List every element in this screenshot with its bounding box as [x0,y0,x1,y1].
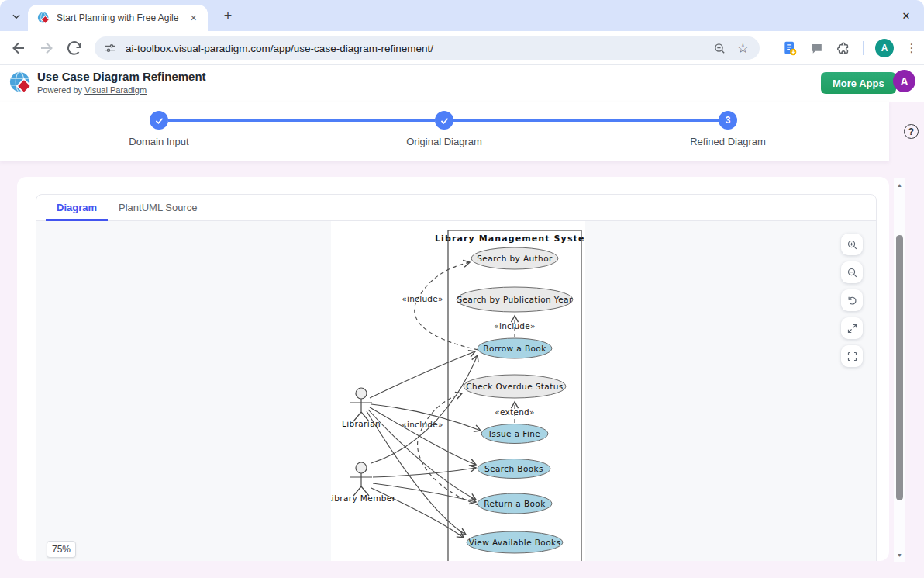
actor-library-member: Library Member [331,462,396,503]
page-scrollbar[interactable]: ▲ ▼ [894,178,905,562]
more-apps-button[interactable]: More Apps [821,72,896,94]
step-3-circle: 3 [719,111,737,130]
extensions-puzzle-icon[interactable] [836,40,851,56]
browser-menu-icon[interactable]: ⋮ [905,41,918,55]
step-connector-1 [168,119,435,122]
page-zoom-icon[interactable] [713,42,726,55]
step-3-label: Refined Diagram [666,136,790,147]
back-icon[interactable] [9,39,28,57]
reset-view-button[interactable] [841,289,863,311]
canvas-controls [841,234,863,367]
usecase-issue-a-fine: Issue a Fine [481,424,548,444]
window-controls: ✕ [817,0,924,31]
include-label-3: «include» [402,420,443,429]
svg-text:Return a Book: Return a Book [484,499,546,508]
reload-icon[interactable] [65,39,84,57]
svg-text:Issue a Fine: Issue a Fine [489,429,540,438]
check-icon [440,116,450,126]
system-title: Library Management System [435,234,585,244]
browser-tabstrip: Start Planning with Free Agile D ✕ + ✕ [0,0,924,31]
step-2-circle [435,111,453,130]
check-icon [154,116,164,126]
tab-search-icon[interactable] [6,6,26,26]
page-title: Use Case Diagram Refinement [37,70,206,83]
step-1-circle [150,111,168,130]
site-favicon-icon [37,12,50,25]
include-label-1: «include» [402,294,443,303]
actor-librarian: Librarian [342,388,381,428]
step-3-number: 3 [726,115,731,126]
fit-screen-button[interactable] [841,345,863,367]
usecase-search-by-author: Search by Author [471,247,558,269]
panel-tabs: Diagram PlantUML Source [36,195,876,221]
powered-by: Powered by Visual Paradigm [37,85,147,95]
visual-paradigm-logo-icon [9,71,34,96]
svg-text:Library Member: Library Member [331,493,396,503]
tab-diagram[interactable]: Diagram [46,195,108,220]
scroll-up-icon[interactable]: ▲ [894,182,905,188]
zoom-out-button[interactable] [841,261,863,283]
usecase-search-books: Search Books [478,459,550,479]
bookmark-star-icon[interactable]: ☆ [737,40,749,57]
visual-paradigm-link[interactable]: Visual Paradigm [84,85,147,95]
address-bar[interactable]: ai-toolbox.visual-paradigm.com/app/use-c… [95,36,760,60]
progress-stepper: 3 Domain Input Original Diagram Refined … [0,102,889,161]
include-label-2: «include» [494,321,536,331]
reset-icon [846,295,858,306]
diagram-canvas[interactable]: Library Management System [36,221,876,561]
usecase-diagram-svg: Library Management System [331,221,585,561]
usecase-search-by-publication-year: Search by Publication Year [457,287,573,312]
powered-by-text: Powered by [37,85,82,95]
usecase-view-available-books: View Available Books [467,531,563,553]
scroll-down-icon[interactable]: ▼ [894,552,905,558]
minimize-icon [831,16,840,16]
usecase-diagram-image: Library Management System [331,221,585,561]
extend-label: «extend» [495,407,535,417]
zoom-in-icon [846,239,858,251]
svg-text:View Available Books: View Available Books [469,538,561,547]
new-tab-button[interactable]: + [219,7,237,26]
expand-icon [846,323,858,334]
usecase-return-a-book: Return a Book [478,493,552,514]
svg-text:Borrow a Book: Borrow a Book [483,344,546,353]
url-text[interactable]: ai-toolbox.visual-paradigm.com/app/use-c… [126,43,433,54]
forward-icon[interactable] [37,39,56,57]
docs-offline-icon[interactable] [782,40,798,56]
svg-text:Search Books: Search Books [484,464,543,473]
maximize-button[interactable] [853,0,888,31]
zoom-level-badge: 75% [47,541,76,558]
page-content: Use Case Diagram Refinement Powered by V… [0,65,924,578]
tab-plantuml-source[interactable]: PlantUML Source [108,195,208,220]
svg-text:Search by Author: Search by Author [477,254,553,263]
step-1-label: Domain Input [97,136,221,147]
side-panel-bubble-icon[interactable] [809,41,824,56]
help-button[interactable]: ? [904,124,919,139]
site-settings-icon[interactable] [104,42,116,54]
svg-text:Librarian: Librarian [342,419,381,428]
zoom-in-button[interactable] [841,234,863,255]
step-connector-2 [453,119,719,122]
content-card: Diagram PlantUML Source [17,177,889,561]
tab-close-icon[interactable]: ✕ [187,12,200,25]
window-close-button[interactable]: ✕ [888,0,924,31]
scrollbar-thumb[interactable] [896,235,903,500]
tab-title: Start Planning with Free Agile D [57,12,181,23]
chevron-down-icon [11,11,22,22]
usecase-check-overdue-status: Check Overdue Status [464,375,566,398]
usecase-borrow-a-book: Borrow a Book [478,338,552,358]
browser-profile-avatar[interactable]: A [875,39,894,57]
browser-window: Start Planning with Free Agile D ✕ + ✕ a… [0,0,924,578]
zoom-out-icon [846,267,858,279]
step-2-label: Original Diagram [382,136,506,147]
diagram-panel: Diagram PlantUML Source [36,194,877,561]
toolbar-divider [863,41,864,55]
fit-screen-icon [846,351,858,362]
expand-button[interactable] [841,317,863,339]
svg-text:Search by Publication Year: Search by Publication Year [457,295,573,304]
browser-tab[interactable]: Start Planning with Free Agile D ✕ [28,5,208,31]
app-header: Use Case Diagram Refinement Powered by V… [0,65,924,102]
toolbar-extensions-area: A ⋮ [782,39,918,57]
minimize-button[interactable] [817,0,853,31]
maximize-icon [867,12,874,19]
user-avatar[interactable]: A [893,70,915,92]
